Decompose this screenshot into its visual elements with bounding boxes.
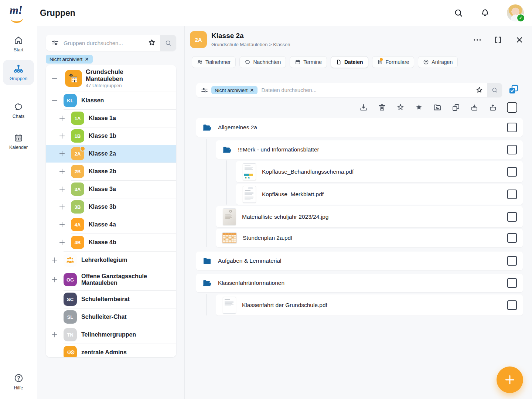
file-search-input[interactable]	[261, 87, 475, 93]
folder-row-merk-und-informationsblaetter[interactable]: !!!Merk - und Informationsblätter	[216, 140, 523, 159]
tree-item-grundschule-mantauleben[interactable]: Grundschule Mantauleben 47 Untergruppen	[46, 65, 176, 92]
group-search-button[interactable]	[160, 35, 176, 51]
close-button[interactable]	[514, 35, 525, 45]
expand-icon[interactable]	[58, 132, 66, 140]
select-all-checkbox[interactable]	[507, 102, 517, 113]
row-checkbox[interactable]	[507, 145, 517, 154]
logo-text: m!	[10, 4, 22, 17]
file-row-kopflaeuse-merkblatt[interactable]: Kopfläuse_Merkblatt.pdf	[236, 184, 523, 205]
filter-icon[interactable]	[201, 86, 208, 94]
chip-close-icon[interactable]: ✕	[250, 87, 254, 93]
tab-termine[interactable]: Termine	[290, 56, 327, 68]
add-file-button[interactable]	[497, 366, 523, 393]
tab-teilnehmer[interactable]: Teilnehmer	[192, 56, 236, 68]
tree-item-klasse-3a[interactable]: 3A Klasse 3a	[46, 180, 176, 198]
group-detail-avatar: 2A	[190, 31, 207, 48]
sidebar-item-hilfe[interactable]: Hilfe	[3, 369, 34, 394]
tree-item-schulleiter-chat[interactable]: SL Schulleiter-Chat	[46, 308, 176, 326]
file-row-stundenplan[interactable]: Stundenplan 2a.pdf	[216, 229, 523, 247]
folder-row-aufgaben-lernmaterial[interactable]: Aufgaben & Lernmaterial	[196, 252, 523, 270]
tree-item-klasse-3b[interactable]: 3B Klasse 3b	[46, 198, 176, 216]
group-search-input[interactable]	[63, 40, 147, 47]
calendar-icon	[14, 133, 23, 143]
tab-formulare[interactable]: Formulare	[372, 56, 415, 68]
expand-icon[interactable]	[50, 256, 59, 265]
expand-icon[interactable]	[50, 330, 59, 339]
sidebar-item-gruppen[interactable]: Gruppen	[3, 60, 34, 85]
folder-row-klassenfahrtinformationen[interactable]: Klassenfahrtinformationen	[196, 274, 523, 292]
group-detail-panel: 2A Klasse 2a Grundschule Mantauleben > K…	[185, 26, 532, 399]
fullscreen-button[interactable]	[493, 35, 503, 45]
favorite-filter-icon[interactable]	[147, 38, 156, 47]
expand-icon[interactable]	[58, 238, 66, 247]
folder-row-allgemeines-2a[interactable]: Allgemeines 2a	[196, 118, 523, 137]
archive-out-icon[interactable]	[488, 103, 497, 112]
expand-icon[interactable]	[58, 220, 66, 229]
tree-item-klasse-1a[interactable]: 1A Klasse 1a	[46, 109, 176, 127]
tab-anfragen[interactable]: Anfragen	[418, 56, 458, 68]
group-tree: Grundschule Mantauleben 47 Untergruppen …	[46, 65, 176, 357]
tree-item-lehrerkollegium[interactable]: Lehrerkollegium	[46, 251, 176, 269]
group-avatar: TN	[64, 328, 77, 341]
file-filter-chip[interactable]: Nicht archiviert ✕	[211, 86, 258, 94]
user-avatar[interactable]: ✓	[507, 4, 524, 21]
duplicate-icon[interactable]	[451, 103, 460, 112]
row-checkbox[interactable]	[507, 212, 517, 222]
row-checkbox[interactable]	[507, 167, 517, 177]
sidebar-item-start[interactable]: Start	[3, 32, 34, 56]
row-checkbox[interactable]	[507, 233, 517, 243]
bell-icon[interactable]	[480, 8, 490, 18]
row-checkbox[interactable]	[507, 190, 517, 199]
file-row-klassenfahrt-der-grundschule[interactable]: Klassenfahrt der Grundschule.pdf	[216, 294, 523, 316]
expand-icon[interactable]	[50, 275, 59, 284]
row-checkbox[interactable]	[507, 300, 517, 310]
search-icon[interactable]	[454, 8, 463, 18]
expand-icon[interactable]	[58, 185, 66, 194]
notification-dot	[80, 146, 85, 151]
filter-icon[interactable]	[51, 39, 59, 47]
expand-icon[interactable]	[58, 202, 66, 211]
expand-icon[interactable]	[58, 167, 66, 176]
move-to-folder-icon[interactable]	[433, 103, 442, 112]
group-filter-chip[interactable]: Nicht archiviert ✕	[46, 55, 93, 64]
tree-item-teilnehmergruppen[interactable]: TN Teilnehmergruppen	[46, 326, 176, 344]
tree-item-klassen[interactable]: KL Klassen	[46, 92, 176, 109]
tab-dateien[interactable]: Dateien	[331, 56, 368, 68]
row-checkbox[interactable]	[507, 256, 517, 266]
tree-item-klasse-4b[interactable]: 4B Klasse 4b	[46, 233, 176, 251]
tree-item-klasse-2a[interactable]: 2A Klasse 2a	[46, 145, 176, 163]
sidebar-item-kalender[interactable]: Kalender	[3, 129, 34, 154]
folder-closed-icon	[202, 256, 212, 266]
row-checkbox[interactable]	[507, 123, 517, 132]
tree-item-klasse-2b[interactable]: 2B Klasse 2b	[46, 163, 176, 180]
tree-item-klasse-4a[interactable]: 4A Klasse 4a	[46, 216, 176, 233]
more-options-button[interactable]	[472, 35, 482, 45]
file-search-button[interactable]	[487, 83, 502, 97]
multi-select-button[interactable]	[508, 84, 519, 95]
favorite-outline-icon[interactable]	[396, 103, 405, 112]
app-logo[interactable]: m!	[10, 4, 29, 23]
expand-icon[interactable]	[58, 149, 66, 158]
tree-item-offene-ganztagsschule[interactable]: OG Offene Ganztagsschule Mantauleben	[46, 269, 176, 290]
expand-icon[interactable]	[58, 114, 66, 123]
download-icon[interactable]	[359, 103, 368, 112]
tab-nachrichten[interactable]: Nachrichten	[239, 56, 286, 68]
row-checkbox[interactable]	[507, 278, 517, 288]
sidebar-item-chats[interactable]: Chats	[3, 98, 34, 123]
tree-item-schulelternbeirat[interactable]: SC Schulelternbeirat	[46, 290, 176, 308]
tree-item-klasse-1b[interactable]: 1B Klasse 1b	[46, 127, 176, 145]
favorite-filter-icon[interactable]	[475, 86, 484, 95]
chip-close-icon[interactable]: ✕	[85, 56, 89, 62]
gears-icon: ⚙⚙	[67, 349, 74, 356]
file-row-kopflaeuse-behandlungsschema[interactable]: Kopfläuse_Behandlungsschema.pdf	[236, 161, 523, 182]
archive-in-icon[interactable]	[470, 103, 479, 112]
notification-dot	[380, 58, 383, 61]
delete-icon[interactable]	[378, 103, 386, 112]
favorite-filled-icon[interactable]	[415, 103, 423, 112]
collapse-icon[interactable]	[50, 74, 59, 83]
file-row-materialliste[interactable]: Materialliste schuljahr 2023/24.jpg	[216, 206, 523, 227]
tree-item-zentrale-admins[interactable]: ⚙⚙ zentrale Admins	[46, 344, 176, 357]
collapse-icon[interactable]	[50, 96, 59, 105]
school-building-icon	[68, 72, 79, 84]
file-thumbnail	[222, 232, 237, 243]
